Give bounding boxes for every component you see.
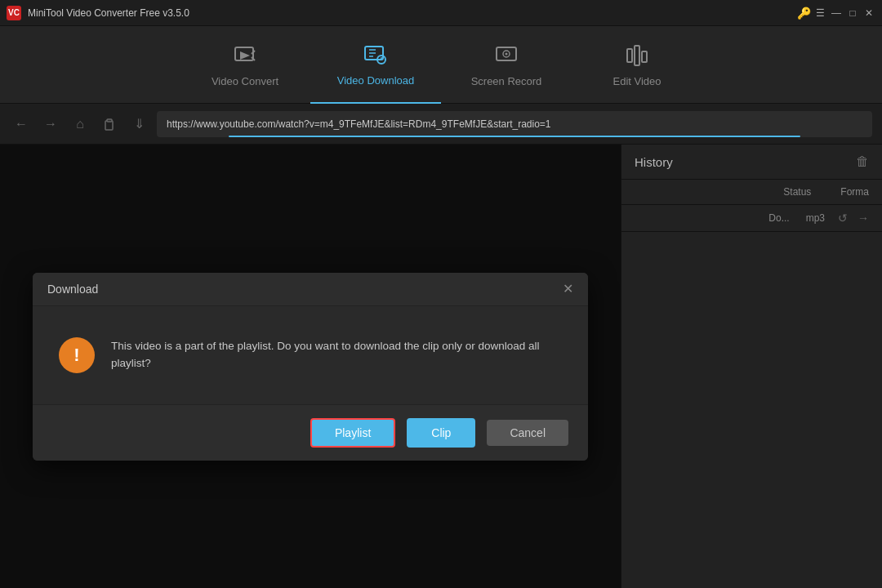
- title-bar-controls: 🔑 ☰ — □ ✕: [797, 7, 875, 20]
- dialog-header: Download ✕: [33, 273, 588, 306]
- svg-rect-8: [642, 51, 647, 62]
- title-bar: VC MiniTool Video Converter Free v3.5.0 …: [0, 0, 882, 26]
- history-panel: History 🗑 Status Forma Do... mp3 ↺ →: [621, 145, 882, 588]
- download-addr-button[interactable]: ⇓: [127, 113, 150, 136]
- clip-button[interactable]: Clip: [407, 418, 475, 448]
- dialog-close-button[interactable]: ✕: [563, 283, 573, 296]
- content-area: Download ✕ ! This video is a part of the…: [0, 145, 621, 588]
- nav-bar: Video Convert Video Download Screen Reco…: [0, 26, 882, 104]
- paste-button[interactable]: [98, 113, 121, 136]
- history-columns: Status Forma: [621, 180, 882, 205]
- url-underline: [229, 136, 801, 137]
- history-title: History: [635, 155, 673, 169]
- main-content: Download ✕ ! This video is a part of the…: [0, 145, 882, 588]
- nav-item-edit-video[interactable]: Edit Video: [572, 26, 702, 104]
- minimize-button[interactable]: —: [830, 7, 843, 20]
- url-input[interactable]: [157, 111, 872, 137]
- url-input-wrap: [157, 111, 872, 137]
- dialog-message: This video is a part of the playlist. Do…: [111, 338, 562, 372]
- playlist-button[interactable]: Playlist: [310, 418, 395, 448]
- download-dialog: Download ✕ ! This video is a part of the…: [33, 273, 588, 461]
- svg-point-5: [506, 52, 508, 55]
- title-bar-left: VC MiniTool Video Converter Free v3.5.0: [7, 6, 189, 20]
- dialog-title: Download: [47, 283, 98, 296]
- video-download-icon: [363, 42, 389, 68]
- address-bar: ← → ⌂ ⇓: [0, 104, 882, 145]
- nav-item-video-convert[interactable]: Video Convert: [180, 26, 310, 104]
- nav-label-edit-video: Edit Video: [612, 75, 661, 87]
- trash-icon[interactable]: 🗑: [856, 154, 869, 169]
- nav-item-screen-record[interactable]: Screen Record: [441, 26, 572, 104]
- home-button[interactable]: ⌂: [69, 113, 91, 136]
- row-action-1[interactable]: ↺: [838, 212, 848, 225]
- maximize-button[interactable]: □: [846, 7, 859, 20]
- svg-rect-6: [627, 49, 632, 62]
- nav-label-video-convert: Video Convert: [212, 75, 278, 87]
- edit-video-icon: [624, 42, 650, 69]
- app-icon: VC: [7, 6, 21, 20]
- history-format: mp3: [806, 212, 825, 224]
- svg-rect-10: [107, 119, 112, 122]
- menu-button[interactable]: ☰: [813, 7, 826, 20]
- back-button[interactable]: ←: [10, 113, 33, 136]
- nav-label-video-download: Video Download: [337, 74, 414, 87]
- settings-button[interactable]: 🔑: [797, 7, 810, 20]
- row-action-2[interactable]: →: [858, 212, 869, 225]
- video-convert-icon: [232, 42, 258, 69]
- cancel-button[interactable]: Cancel: [487, 420, 568, 446]
- col-status-header: Status: [783, 186, 811, 198]
- app-title: MiniTool Video Converter Free v3.5.0: [28, 7, 189, 19]
- col-format-header: Forma: [840, 186, 869, 198]
- history-status: Do...: [768, 212, 789, 224]
- nav-item-video-download[interactable]: Video Download: [310, 26, 441, 104]
- dialog-body: ! This video is a part of the playlist. …: [33, 306, 588, 404]
- svg-rect-7: [635, 46, 639, 65]
- dialog-footer: Playlist Clip Cancel: [33, 404, 588, 461]
- history-row: Do... mp3 ↺ →: [621, 205, 882, 232]
- nav-label-screen-record: Screen Record: [471, 75, 542, 87]
- screen-record-icon: [493, 42, 519, 69]
- dialog-overlay: Download ✕ ! This video is a part of the…: [0, 145, 621, 588]
- history-header: History 🗑: [621, 145, 882, 180]
- warning-icon: !: [59, 337, 95, 373]
- forward-button[interactable]: →: [39, 113, 62, 136]
- close-button[interactable]: ✕: [862, 7, 875, 20]
